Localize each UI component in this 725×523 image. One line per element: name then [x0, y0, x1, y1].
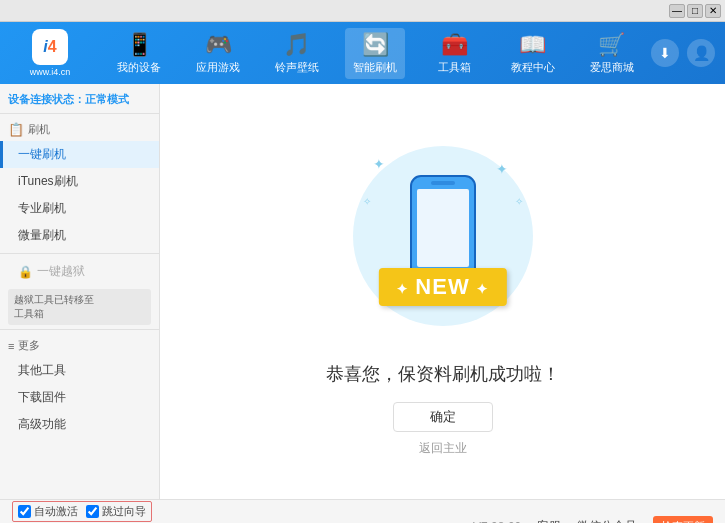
jailbreak-label: 一键越狱	[37, 263, 85, 280]
nav-label-tutorials: 教程中心	[511, 60, 555, 75]
update-button[interactable]: 检查更新	[653, 516, 713, 523]
back-link[interactable]: 返回主业	[419, 440, 467, 457]
more-icon: ≡	[8, 340, 14, 352]
sidebar-item-micro-flash[interactable]: 微量刷机	[0, 222, 159, 249]
nav-item-store[interactable]: 🛒 爱思商城	[582, 28, 642, 79]
nav-label-apps-games: 应用游戏	[196, 60, 240, 75]
my-device-icon: 📱	[126, 32, 153, 58]
nav-label-my-device: 我的设备	[117, 60, 161, 75]
lock-icon: 🔒	[18, 265, 33, 279]
wechat-link[interactable]: 微信公众号	[577, 518, 637, 523]
skip-guide-checkbox[interactable]: 跳过向导	[86, 504, 146, 519]
sidebar-item-pro-flash[interactable]: 专业刷机	[0, 195, 159, 222]
app-logo: i4 www.i4.cn	[10, 29, 90, 77]
nav-items: 📱 我的设备 🎮 应用游戏 🎵 铃声壁纸 🔄 智能刷机 🧰 工具箱 📖 教程中心…	[100, 28, 651, 79]
sidebar-item-one-click-flash[interactable]: 一键刷机	[0, 141, 159, 168]
auto-activate-input[interactable]	[18, 505, 31, 518]
nav-item-apps-games[interactable]: 🎮 应用游戏	[188, 28, 248, 79]
confirm-button[interactable]: 确定	[393, 402, 493, 432]
nav-label-smart-flash: 智能刷机	[353, 60, 397, 75]
sidebar-item-advanced[interactable]: 高级功能	[0, 411, 159, 438]
sidebar-notice: 越狱工具已转移至 工具箱	[8, 289, 151, 325]
svg-rect-1	[417, 189, 469, 267]
smart-flash-icon: 🔄	[362, 32, 389, 58]
service-link[interactable]: 客服	[537, 518, 561, 523]
nav-item-my-device[interactable]: 📱 我的设备	[109, 28, 169, 79]
nav-item-smart-flash[interactable]: 🔄 智能刷机	[345, 28, 405, 79]
nav-right: ⬇ 👤	[651, 39, 715, 67]
sparkle-2: ✦	[496, 161, 508, 177]
sidebar-divider-1	[0, 253, 159, 254]
bottom-right: V7.98.66 客服 微信公众号 检查更新	[172, 516, 713, 523]
flash-group-label: 刷机	[28, 122, 50, 137]
tutorials-icon: 📖	[519, 32, 546, 58]
main-container: 设备连接状态：正常模式 📋 刷机 一键刷机 iTunes刷机 专业刷机 微量刷机…	[0, 84, 725, 499]
nav-bar: i4 www.i4.cn 📱 我的设备 🎮 应用游戏 🎵 铃声壁纸 🔄 智能刷机…	[0, 22, 725, 84]
svg-rect-3	[431, 181, 455, 185]
nav-item-toolbox[interactable]: 🧰 工具箱	[424, 28, 484, 79]
sidebar-item-download-firmware[interactable]: 下载固件	[0, 384, 159, 411]
notice-text: 越狱工具已转移至 工具箱	[14, 294, 94, 319]
sparkle-4: ✧	[363, 196, 371, 207]
sidebar-item-other-tools[interactable]: 其他工具	[0, 357, 159, 384]
bottom-bar: 自动激活 跳过向导 📱 iPhone 12 mini 64GB Down-12m…	[0, 499, 725, 523]
nav-item-ringtones[interactable]: 🎵 铃声壁纸	[267, 28, 327, 79]
nav-label-toolbox: 工具箱	[438, 60, 471, 75]
more-section[interactable]: ≡ 更多	[0, 334, 159, 357]
bottom-checkboxes: 自动激活 跳过向导	[12, 501, 172, 522]
checkbox-border: 自动激活 跳过向导	[12, 501, 152, 522]
minimize-button[interactable]: —	[669, 4, 685, 18]
nav-label-store: 爱思商城	[590, 60, 634, 75]
logo-icon: i4	[32, 29, 68, 65]
skip-guide-input[interactable]	[86, 505, 99, 518]
sidebar-item-itunes-flash[interactable]: iTunes刷机	[0, 168, 159, 195]
apps-games-icon: 🎮	[205, 32, 232, 58]
new-ribbon: NEW	[378, 268, 506, 306]
logo-subtitle: www.i4.cn	[30, 67, 71, 77]
status-label: 设备连接状态：	[8, 93, 85, 105]
status-bar: 设备连接状态：正常模式	[0, 88, 159, 114]
close-button[interactable]: ✕	[705, 4, 721, 18]
phone-circle: ✦ ✦ ✧ ✧ NEW	[353, 146, 533, 326]
store-icon: 🛒	[598, 32, 625, 58]
sparkle-1: ✦	[373, 156, 385, 172]
success-illustration: ✦ ✦ ✧ ✧ NEW	[343, 126, 543, 346]
sidebar: 设备连接状态：正常模式 📋 刷机 一键刷机 iTunes刷机 专业刷机 微量刷机…	[0, 84, 160, 499]
title-bar: — □ ✕	[0, 0, 725, 22]
more-label: 更多	[18, 338, 40, 353]
nav-label-ringtones: 铃声壁纸	[275, 60, 319, 75]
auto-activate-label: 自动激活	[34, 504, 78, 519]
skip-guide-label: 跳过向导	[102, 504, 146, 519]
flash-group-icon: 📋	[8, 122, 24, 137]
sidebar-item-jailbreak-disabled: 🔒 一键越狱	[0, 258, 159, 285]
success-text: 恭喜您，保资料刷机成功啦！	[326, 362, 560, 386]
auto-activate-checkbox[interactable]: 自动激活	[18, 504, 78, 519]
user-button[interactable]: 👤	[687, 39, 715, 67]
sidebar-divider-2	[0, 329, 159, 330]
toolbox-icon: 🧰	[441, 32, 468, 58]
ringtones-icon: 🎵	[283, 32, 310, 58]
version-label: V7.98.66	[473, 520, 521, 524]
flash-group[interactable]: 📋 刷机	[0, 118, 159, 141]
sparkle-3: ✧	[515, 196, 523, 207]
download-button[interactable]: ⬇	[651, 39, 679, 67]
maximize-button[interactable]: □	[687, 4, 703, 18]
status-value: 正常模式	[85, 93, 129, 105]
main-content: ✦ ✦ ✧ ✧ NEW 恭喜您，保资料刷机成功啦！ 确定 返回	[160, 84, 725, 499]
nav-item-tutorials[interactable]: 📖 教程中心	[503, 28, 563, 79]
